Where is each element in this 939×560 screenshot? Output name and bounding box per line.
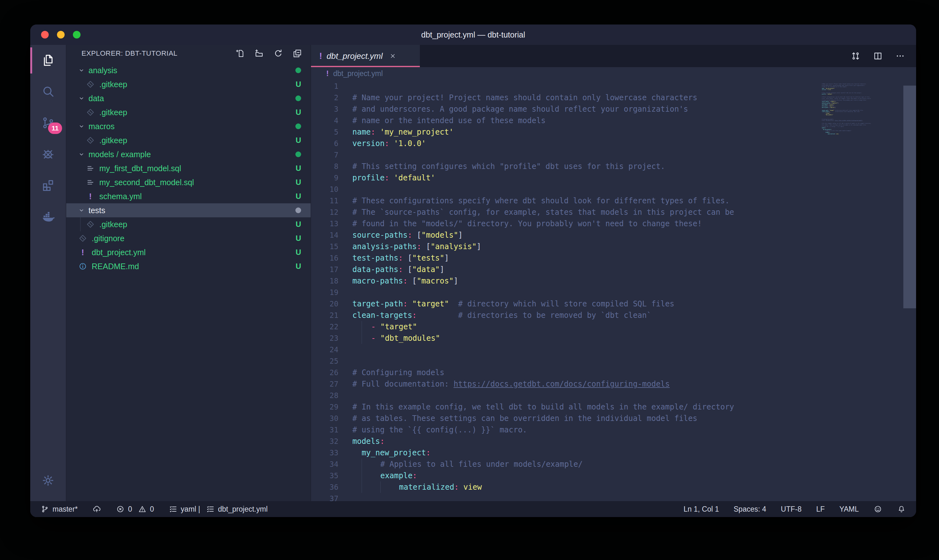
code-line: 29# In this example config, we tell dbt …: [311, 401, 891, 413]
title-bar[interactable]: dbt_project.yml — dbt-tutorial: [30, 25, 916, 45]
breadcrumb[interactable]: ! dbt_project.yml: [311, 67, 916, 80]
activity-docker[interactable]: [30, 201, 66, 232]
new-file-button[interactable]: [235, 48, 245, 58]
line-number: 11: [311, 195, 339, 206]
tree-item-.gitkeep[interactable]: .gitkeepU: [66, 105, 311, 119]
activity-explorer[interactable]: [30, 45, 66, 76]
git-untracked-badge: U: [296, 248, 301, 257]
git-untracked-badge: U: [296, 80, 301, 89]
explorer-title: EXPLORER: DBT-TUTORIAL: [82, 49, 178, 58]
minimap[interactable]: # Name your project! Project names shoul…: [822, 82, 902, 279]
line-number: 3: [311, 103, 339, 115]
activity-source-control[interactable]: 11: [30, 107, 66, 138]
tree-item-.gitignore[interactable]: .gitignoreU: [66, 231, 311, 245]
tree-item-models-example[interactable]: models / example: [66, 147, 311, 161]
line-number: 29: [311, 401, 339, 413]
tree-item-data[interactable]: data: [66, 91, 311, 105]
tree-item-analysis[interactable]: analysis: [66, 63, 311, 77]
activity-manage[interactable]: [30, 465, 66, 496]
search-icon: [41, 84, 55, 99]
chevron-down-icon[interactable]: [78, 151, 85, 158]
line-number: 9: [311, 172, 339, 184]
code-line: 26# Configuring models: [311, 367, 891, 378]
tree-item-label: .gitignore: [92, 234, 125, 243]
minimap-content: # Name your project! Project names shoul…: [822, 82, 899, 136]
tab-dbt-project-yml[interactable]: ! dbt_project.yml: [311, 45, 420, 67]
scrollbar-thumb[interactable]: [904, 86, 916, 308]
editor-surface[interactable]: 12# Name your project! Project names sho…: [311, 80, 916, 501]
activity-run-debug[interactable]: [30, 138, 66, 169]
chevron-down-icon[interactable]: [78, 66, 85, 74]
status-cursor-position[interactable]: Ln 1, Col 1: [684, 505, 719, 514]
tree-item-label: .gitkeep: [99, 80, 127, 89]
status-publish-changes[interactable]: [92, 505, 101, 514]
minimize-window-button[interactable]: [57, 31, 65, 38]
status-errors[interactable]: 0: [116, 505, 132, 514]
line-number: 19: [311, 287, 339, 298]
tree-item-macros[interactable]: macros: [66, 119, 311, 133]
smiley-icon: [873, 505, 882, 514]
tree-item-label: macros: [88, 122, 115, 131]
new-folder-button[interactable]: [254, 48, 264, 58]
refresh-explorer-button[interactable]: [273, 48, 283, 58]
line-number: 12: [311, 206, 339, 218]
status-encoding[interactable]: UTF-8: [781, 505, 802, 514]
activity-search[interactable]: [30, 76, 66, 107]
file-tree: analysis.gitkeepUdata.gitkeepUmacros.git…: [66, 62, 311, 501]
tree-item-readme.md[interactable]: README.mdU: [66, 259, 311, 273]
status-linter-file[interactable]: dbt_project.yml: [206, 505, 268, 514]
git-untracked-badge: U: [296, 192, 301, 201]
code-line: 5name: 'my_new_project': [311, 126, 891, 138]
line-number: 37: [311, 493, 339, 501]
status-linter-status[interactable]: yaml |: [169, 505, 200, 514]
zoom-window-button[interactable]: [73, 31, 80, 38]
ellipsis-icon: [895, 51, 905, 61]
chevron-down-icon[interactable]: [78, 206, 85, 214]
git-untracked-badge: U: [296, 136, 301, 145]
tree-item-.gitkeep[interactable]: .gitkeepU: [66, 77, 311, 91]
line-content: # Applies to all files under models/exam…: [339, 458, 582, 470]
status-warnings[interactable]: 0: [138, 505, 154, 514]
tree-item-label: tests: [88, 206, 105, 215]
checklist-icon: [206, 505, 215, 514]
tree-item-my-second-dbt-model.sql[interactable]: my_second_dbt_model.sqlU: [66, 175, 311, 189]
status-language-mode-label: YAML: [839, 505, 859, 514]
collapse-folders-button[interactable]: [292, 48, 302, 58]
tree-item-.gitkeep[interactable]: .gitkeepU: [66, 133, 311, 147]
extensions-icon: [41, 178, 55, 192]
tree-item-tests[interactable]: tests: [66, 203, 311, 217]
window-controls: [41, 25, 80, 45]
status-notifications[interactable]: [897, 505, 906, 514]
tree-item-label: .gitkeep: [99, 220, 127, 229]
line-content: # Full documentation: https://docs.getdb…: [339, 378, 670, 390]
tree-item-my-first-dbt-model.sql[interactable]: my_first_dbt_model.sqlU: [66, 161, 311, 175]
tree-item-dbt-project.yml[interactable]: !dbt_project.ymlU: [66, 245, 311, 259]
status-errors-label: 0: [128, 505, 132, 514]
tree-item-.gitkeep[interactable]: .gitkeepU: [66, 217, 311, 231]
close-tab-icon[interactable]: [389, 52, 397, 60]
chevron-down-icon[interactable]: [78, 94, 85, 102]
more-actions-button[interactable]: [895, 51, 905, 61]
status-feedback[interactable]: [873, 505, 882, 514]
status-branch-indicator[interactable]: master*: [40, 505, 78, 514]
open-changes-button[interactable]: [851, 51, 861, 61]
git-file-icon: [85, 136, 95, 145]
status-language-mode[interactable]: YAML: [839, 505, 859, 514]
editor-scrollbar[interactable]: [904, 80, 916, 501]
breadcrumb-file[interactable]: dbt_project.yml: [333, 69, 383, 78]
activity-extensions[interactable]: [30, 169, 66, 201]
code-line: 25: [311, 355, 891, 367]
tree-item-schema.yml[interactable]: !schema.ymlU: [66, 189, 311, 203]
error-icon: [116, 505, 125, 514]
status-eol-sequence[interactable]: LF: [816, 505, 825, 514]
gear-icon: [41, 473, 55, 488]
close-window-button[interactable]: [41, 31, 49, 38]
docker-icon: [41, 209, 55, 224]
tree-item-label: data: [88, 94, 104, 103]
git-untracked-badge: U: [296, 234, 301, 243]
split-editor-button[interactable]: [873, 51, 883, 61]
status-indentation[interactable]: Spaces: 4: [734, 505, 766, 514]
chevron-down-icon[interactable]: [78, 123, 85, 130]
line-number: 5: [311, 126, 339, 138]
warning-icon: [138, 505, 147, 514]
